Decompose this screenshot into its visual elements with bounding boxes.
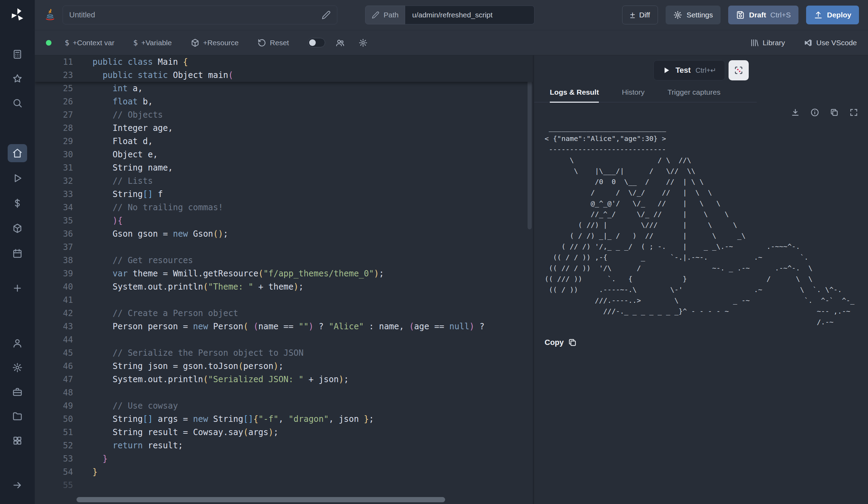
- result-output: ____________________________ < {"name":"…: [545, 123, 868, 328]
- download-icon[interactable]: [791, 108, 800, 117]
- sidebar-item-search[interactable]: [8, 94, 27, 112]
- sidebar-item-apps[interactable]: [8, 45, 27, 63]
- tab-logs-result[interactable]: Logs & Result: [550, 88, 599, 103]
- horizontal-scrollbar[interactable]: [77, 497, 445, 502]
- code-line[interactable]: 36 Gson gson = new Gson();: [35, 227, 533, 241]
- path-group: Path u/admin/refreshed_script: [365, 6, 535, 24]
- deploy-button[interactable]: Deploy: [806, 6, 859, 24]
- code-line[interactable]: 45 // Serialize the Person object to JSO…: [35, 346, 533, 360]
- code-line[interactable]: 42 // Create a Person object: [35, 307, 533, 320]
- sidebar-item-user[interactable]: [8, 334, 27, 352]
- code-line[interactable]: 32 // Lists: [35, 174, 533, 188]
- path-label[interactable]: Path: [365, 6, 405, 24]
- code-line[interactable]: 49 // Use cowsay: [35, 399, 533, 412]
- play-icon: [12, 173, 23, 183]
- code-line[interactable]: 47 System.out.println("Serialized JSON: …: [35, 373, 533, 386]
- sidebar-item-create[interactable]: [8, 279, 27, 297]
- settings-button[interactable]: Settings: [666, 6, 721, 24]
- code-line[interactable]: 46 String json = gson.toJson(person);: [35, 360, 533, 373]
- code-line[interactable]: 44: [35, 333, 533, 346]
- code-line[interactable]: 25 int a,: [35, 82, 533, 95]
- code-line[interactable]: 54}: [35, 465, 533, 479]
- tab-trigger-captures[interactable]: Trigger captures: [668, 88, 721, 102]
- add-variable-button[interactable]: $ +Variable: [133, 38, 172, 47]
- topbar: Untitled Path u/admin/refreshed_script ±…: [35, 0, 868, 30]
- sidebar-item-folders[interactable]: [8, 407, 27, 425]
- code-line[interactable]: 11public class Main {: [35, 55, 533, 69]
- code-line[interactable]: 43 Person person = new Person( (name == …: [35, 320, 533, 333]
- sidebar-item-runs[interactable]: [8, 169, 27, 187]
- assistant-toggle[interactable]: [308, 38, 325, 47]
- code-line[interactable]: 30 Object e,: [35, 148, 533, 161]
- calendar-icon: [12, 248, 23, 259]
- code-line[interactable]: 28 Integer age,: [35, 121, 533, 135]
- library-button[interactable]: Library: [750, 38, 785, 47]
- code-line[interactable]: 39 var theme = Wmill.getResource("f/app_…: [35, 267, 533, 280]
- code-line[interactable]: 37: [35, 241, 533, 254]
- sidebar-item-favorites[interactable]: [8, 70, 27, 88]
- toolbox-icon: [12, 387, 23, 397]
- gear-icon: [359, 38, 368, 47]
- plus-icon: [12, 283, 23, 293]
- code-line[interactable]: 51 String result = Cowsay.say(args);: [35, 426, 533, 439]
- reset-button[interactable]: Reset: [257, 38, 289, 47]
- code-line[interactable]: 23 public static Object main(: [35, 69, 533, 82]
- code-line[interactable]: 29 Float d,: [35, 135, 533, 148]
- code-line[interactable]: 41: [35, 293, 533, 307]
- clipboard-copy-icon: [568, 338, 577, 347]
- sidebar-item-settings[interactable]: [8, 359, 27, 377]
- sidebar-item-workers[interactable]: [8, 383, 27, 401]
- code-lines: 25 int a,26 float b,27 // Objects28 Inte…: [35, 82, 533, 492]
- code-line[interactable]: 52 return result;: [35, 439, 533, 452]
- sidebar-item-variables[interactable]: [8, 194, 27, 212]
- sidebar-collapse-button[interactable]: [8, 476, 27, 494]
- status-dot: [46, 40, 51, 46]
- editor-settings-button[interactable]: [359, 38, 368, 47]
- sidebar-item-schedules[interactable]: [8, 244, 27, 262]
- diff-button[interactable]: ± Diff: [622, 6, 658, 24]
- path-input[interactable]: u/admin/refreshed_script: [405, 6, 535, 24]
- diff-icon: ±: [630, 10, 635, 19]
- code-line[interactable]: 53 }: [35, 452, 533, 465]
- gear-icon: [673, 10, 682, 19]
- draft-button[interactable]: Draft Ctrl+S: [728, 6, 798, 24]
- use-vscode-button[interactable]: Use VScode: [804, 38, 857, 47]
- code-line[interactable]: 50 String[] args = new String[]{"-f", "d…: [35, 412, 533, 426]
- package-icon: [191, 38, 200, 47]
- expand-icon[interactable]: [849, 108, 858, 117]
- script-title-input[interactable]: Untitled: [63, 6, 337, 24]
- pencil-icon[interactable]: [322, 10, 331, 19]
- code-line[interactable]: 48: [35, 386, 533, 399]
- code-line[interactable]: 34 // No trailing commas!: [35, 201, 533, 214]
- draft-shortcut: Ctrl+S: [770, 11, 791, 19]
- capture-frame-button[interactable]: [729, 60, 749, 80]
- add-resource-button[interactable]: +Resource: [191, 38, 239, 47]
- windmill-logo[interactable]: [9, 7, 25, 23]
- result-panel: Test Ctrl+↵ Logs & Result History Trigge…: [534, 55, 868, 504]
- copy-result-button[interactable]: Copy: [545, 338, 868, 347]
- info-icon[interactable]: [810, 108, 819, 117]
- code-line[interactable]: 38 // Get resources: [35, 254, 533, 267]
- vscode-icon: [804, 38, 813, 47]
- copy-icon[interactable]: [830, 108, 839, 117]
- sidebar-item-home[interactable]: [8, 144, 27, 162]
- code-line[interactable]: 31 String name,: [35, 161, 533, 174]
- sidebar-item-resources[interactable]: [8, 219, 27, 237]
- code-line[interactable]: 40 System.out.println("Theme: " + theme)…: [35, 280, 533, 293]
- test-button[interactable]: Test Ctrl+↵: [653, 60, 725, 80]
- code-line[interactable]: 35 ){: [35, 214, 533, 227]
- add-context-var-button[interactable]: $ +Context var: [65, 38, 114, 47]
- tab-history[interactable]: History: [622, 88, 644, 102]
- toggle-knob: [309, 39, 316, 46]
- java-language-icon: [44, 9, 56, 21]
- multiplayer-button[interactable]: [336, 38, 345, 47]
- dollar-icon: [12, 198, 23, 208]
- code-line[interactable]: 55: [35, 479, 533, 492]
- sidebar-item-more-apps[interactable]: [8, 432, 27, 450]
- code-line[interactable]: 26 float b,: [35, 95, 533, 108]
- code-line[interactable]: 27 // Objects: [35, 108, 533, 121]
- home-icon: [12, 148, 23, 158]
- code-editor[interactable]: 11public class Main {23 public static Ob…: [35, 55, 533, 504]
- result-tabs: Logs & Result History Trigger captures: [534, 88, 757, 102]
- code-line[interactable]: 33 String[] f: [35, 188, 533, 201]
